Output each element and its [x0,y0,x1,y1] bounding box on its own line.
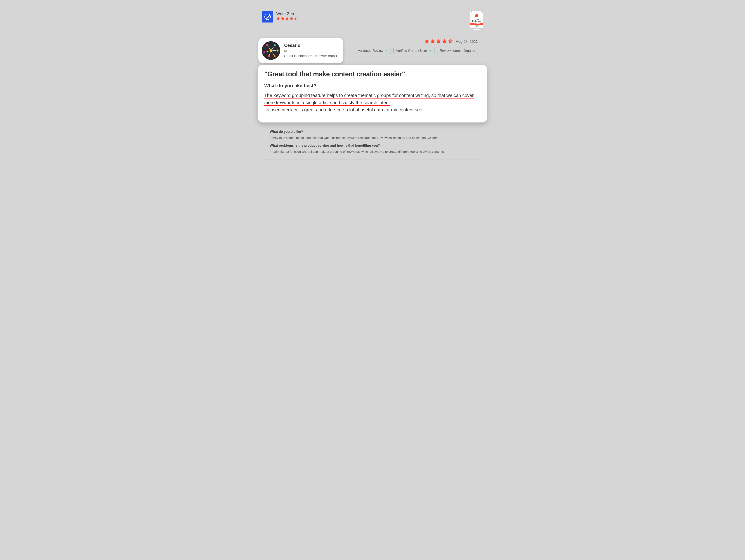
review-title: "Great tool that make content creation e… [264,70,481,78]
reviewer-name: Cesar o. [284,43,337,48]
reviewer-line1: M [284,49,337,54]
svg-rect-2 [268,19,269,20]
check-icon: ✓ [429,49,432,53]
svg-point-12 [274,44,276,46]
header-row: WriterZen G High Performer SUMMER 2022 [262,11,483,30]
g2-badge-ribbon: SUMMER [470,23,483,25]
badge-verified-label: Verified Current User [396,49,427,53]
reviewer-avatar [262,41,280,60]
answer-problems: I really liked a function where I can ma… [270,149,475,154]
svg-point-16 [263,51,265,54]
product-block: WriterZen [262,11,298,23]
product-stars [276,17,298,21]
question-like-best: What do you like best? [264,83,481,89]
review-top: Cesar o. M Small-Business(50 or fewer em… [262,35,483,64]
product-logo [262,11,273,23]
svg-point-11 [266,44,268,46]
reviewer-line2: Small-Business(50 or fewer emp.) [284,54,337,58]
badges-row: Validated Review ✓ Verified Current User… [355,48,478,54]
svg-rect-1 [267,19,269,19]
svg-point-14 [273,55,276,57]
answer-highlighted: The keyword grouping feature helps to cr… [264,93,474,106]
product-name: WriterZen [276,11,298,16]
reviewer-pod: Cesar o. M Small-Business(50 or fewer em… [258,38,343,63]
g2-logo-icon: G [475,14,478,17]
badge-source: Review source: Organic [437,48,478,54]
rating-block: Aug 08, 2021 Validated Review ✓ Verified… [355,39,478,54]
g2-badge-year: 2022 [471,25,482,28]
question-dislike: What do you dislike? [270,130,475,134]
review-card: Cesar o. M Small-Business(50 or fewer em… [262,35,483,160]
highlight-body: "Great tool that make content creation e… [258,65,487,122]
g2-badge: G High Performer SUMMER 2022 [470,11,483,30]
svg-point-10 [269,49,272,52]
answer-dislike: It may take some time to load the data w… [270,135,475,141]
reviewer-info: Cesar o. M Small-Business(50 or fewer em… [284,43,337,58]
question-problems: What problems is the product solving and… [270,144,475,148]
badge-verified-user: Verified Current User ✓ [393,48,434,54]
check-icon: ✓ [385,49,388,53]
svg-point-13 [277,50,279,52]
answer-rest: Its user interface is great and offers m… [264,107,424,112]
writerzen-logo-icon [264,13,271,21]
badge-validated-label: Validated Review [358,49,383,53]
review-date: Aug 08, 2021 [456,39,478,44]
review-stars [424,39,453,44]
answer-like-best: The keyword grouping feature helps to cr… [264,92,481,113]
g2-badge-label: High Performer [471,18,482,22]
badge-validated: Validated Review ✓ [355,48,391,54]
badge-source-label: Review source: Organic [440,49,475,53]
review-screenshot: WriterZen G High Performer SUMMER 2022 [262,11,483,160]
product-meta: WriterZen [276,11,298,21]
secondary-qa: What do you dislike? It may take some ti… [262,122,483,156]
svg-point-15 [268,55,270,57]
